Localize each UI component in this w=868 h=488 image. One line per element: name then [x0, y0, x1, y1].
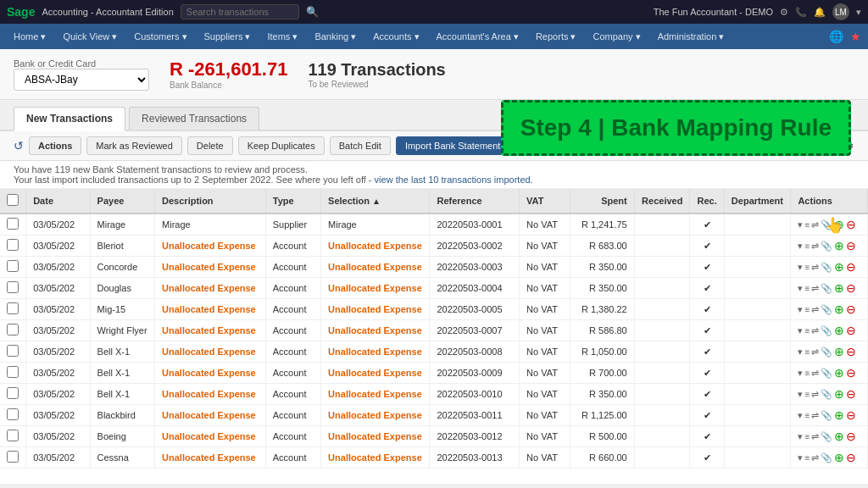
attach-action-icon[interactable]: 📎: [821, 452, 832, 463]
batch-edit-button[interactable]: Batch Edit: [330, 136, 391, 155]
dropdown-action-icon[interactable]: ▾: [798, 283, 803, 294]
list-action-icon[interactable]: ≡: [804, 241, 810, 251]
add-action-icon[interactable]: ⊕: [834, 345, 844, 358]
actions-button[interactable]: Actions: [29, 136, 81, 155]
attach-action-icon[interactable]: 📎: [821, 219, 832, 230]
nav-banking[interactable]: Banking ▾: [308, 28, 363, 46]
chevron-down-icon[interactable]: ▾: [856, 7, 861, 18]
header-date[interactable]: Date: [26, 189, 90, 214]
row-checkbox[interactable]: [7, 451, 19, 463]
remove-action-icon[interactable]: ⊖: [846, 451, 856, 464]
header-type[interactable]: Type: [265, 189, 320, 214]
tab-reviewed-transactions[interactable]: Reviewed Transactions: [129, 107, 259, 130]
bell-icon[interactable]: 🔔: [814, 7, 826, 18]
avatar[interactable]: LM: [832, 3, 849, 20]
nav-accountant[interactable]: Accountant's Area ▾: [430, 28, 526, 46]
attach-action-icon[interactable]: 📎: [821, 262, 832, 273]
split-action-icon[interactable]: ⇌: [811, 283, 819, 294]
nav-home[interactable]: Home ▾: [7, 28, 53, 46]
add-action-icon[interactable]: ⊕: [834, 260, 844, 274]
remove-action-icon[interactable]: ⊖: [846, 260, 856, 274]
nav-company[interactable]: Company ▾: [587, 28, 648, 46]
keep-duplicates-button[interactable]: Keep Duplicates: [238, 136, 325, 155]
dropdown-action-icon[interactable]: ▾: [798, 304, 803, 315]
dropdown-action-icon[interactable]: ▾: [798, 410, 803, 421]
row-checkbox[interactable]: [7, 345, 19, 357]
mark-reviewed-button[interactable]: Mark as Reviewed: [86, 136, 181, 155]
list-action-icon[interactable]: ≡: [804, 369, 810, 378]
list-action-icon[interactable]: ≡: [804, 411, 810, 420]
list-action-icon[interactable]: ≡: [804, 305, 810, 314]
remove-action-icon[interactable]: ⊖: [846, 302, 856, 316]
remove-action-icon[interactable]: ⊖: [846, 324, 856, 337]
split-action-icon[interactable]: ⇌: [811, 219, 819, 230]
view-last-transactions-link[interactable]: view the last 10 transactions imported.: [375, 175, 533, 185]
attach-action-icon[interactable]: 📎: [821, 368, 832, 379]
row-checkbox[interactable]: [7, 366, 19, 378]
remove-action-icon[interactable]: ⊖: [846, 366, 856, 380]
dropdown-action-icon[interactable]: ▾: [798, 368, 803, 379]
list-action-icon[interactable]: ≡: [804, 326, 810, 336]
add-action-icon[interactable]: ⊕: [834, 302, 844, 316]
split-action-icon[interactable]: ⇌: [811, 431, 819, 442]
split-action-icon[interactable]: ⇌: [811, 452, 819, 463]
header-rec[interactable]: Rec.: [690, 189, 724, 214]
nav-reports[interactable]: Reports ▾: [529, 28, 583, 46]
list-action-icon[interactable]: ≡: [804, 347, 810, 357]
remove-action-icon[interactable]: ⊖: [846, 345, 856, 358]
list-action-icon[interactable]: ≡: [804, 220, 810, 230]
list-action-icon[interactable]: ≡: [804, 453, 810, 463]
split-action-icon[interactable]: ⇌: [811, 325, 819, 336]
global-search-input[interactable]: [181, 4, 299, 19]
split-action-icon[interactable]: ⇌: [811, 262, 819, 273]
nav-quickview[interactable]: Quick View ▾: [56, 28, 124, 46]
add-action-icon[interactable]: ⊕: [834, 387, 844, 401]
row-checkbox[interactable]: [7, 260, 19, 272]
attach-action-icon[interactable]: 📎: [821, 283, 832, 294]
row-checkbox[interactable]: [7, 218, 19, 230]
header-received[interactable]: Received: [634, 189, 690, 214]
header-selection[interactable]: Selection ▲: [321, 189, 430, 214]
remove-action-icon[interactable]: ⊖: [846, 430, 856, 443]
delete-button[interactable]: Delete: [187, 136, 233, 155]
phone-icon[interactable]: 📞: [795, 7, 807, 18]
attach-action-icon[interactable]: 📎: [821, 389, 832, 400]
header-spent[interactable]: Spent: [570, 189, 634, 214]
header-vat[interactable]: VAT: [520, 189, 570, 214]
row-checkbox[interactable]: [7, 430, 19, 441]
row-checkbox[interactable]: [7, 408, 19, 420]
tab-new-transactions[interactable]: New Transactions: [14, 107, 125, 131]
nav-customers[interactable]: Customers ▾: [127, 28, 193, 46]
attach-action-icon[interactable]: 📎: [821, 410, 832, 421]
header-payee[interactable]: Payee: [90, 189, 155, 214]
row-checkbox[interactable]: [7, 302, 19, 314]
add-action-icon[interactable]: ⊕: [834, 239, 844, 252]
dropdown-action-icon[interactable]: ▾: [798, 325, 803, 336]
nav-suppliers[interactable]: Suppliers ▾: [198, 28, 258, 46]
header-reference[interactable]: Reference: [430, 189, 520, 214]
settings-icon[interactable]: ⚙: [780, 7, 788, 18]
list-action-icon[interactable]: ≡: [804, 263, 810, 272]
split-action-icon[interactable]: ⇌: [811, 410, 819, 421]
nav-items[interactable]: Items ▾: [260, 28, 304, 46]
list-action-icon[interactable]: ≡: [804, 432, 810, 441]
attach-action-icon[interactable]: 📎: [821, 347, 832, 358]
remove-action-icon[interactable]: ⊖: [846, 218, 856, 231]
attach-action-icon[interactable]: 📎: [821, 241, 832, 252]
remove-action-icon[interactable]: ⊖: [846, 239, 856, 252]
dropdown-action-icon[interactable]: ▾: [798, 241, 803, 252]
import-button[interactable]: Import Bank Statements: [396, 136, 515, 155]
dropdown-action-icon[interactable]: ▾: [798, 389, 803, 400]
row-checkbox[interactable]: [7, 239, 19, 251]
add-action-icon[interactable]: ⊕: [834, 366, 844, 380]
remove-action-icon[interactable]: ⊖: [846, 387, 856, 401]
refresh-icon[interactable]: ↺: [14, 139, 24, 152]
remove-action-icon[interactable]: ⊖: [846, 408, 856, 422]
add-action-icon[interactable]: ⊕: [834, 408, 844, 422]
dropdown-action-icon[interactable]: ▾: [798, 219, 803, 230]
attach-action-icon[interactable]: 📎: [821, 325, 832, 336]
split-action-icon[interactable]: ⇌: [811, 304, 819, 315]
globe-icon[interactable]: 🌐: [829, 30, 843, 43]
dropdown-action-icon[interactable]: ▾: [798, 431, 803, 442]
attach-action-icon[interactable]: 📎: [821, 304, 832, 315]
